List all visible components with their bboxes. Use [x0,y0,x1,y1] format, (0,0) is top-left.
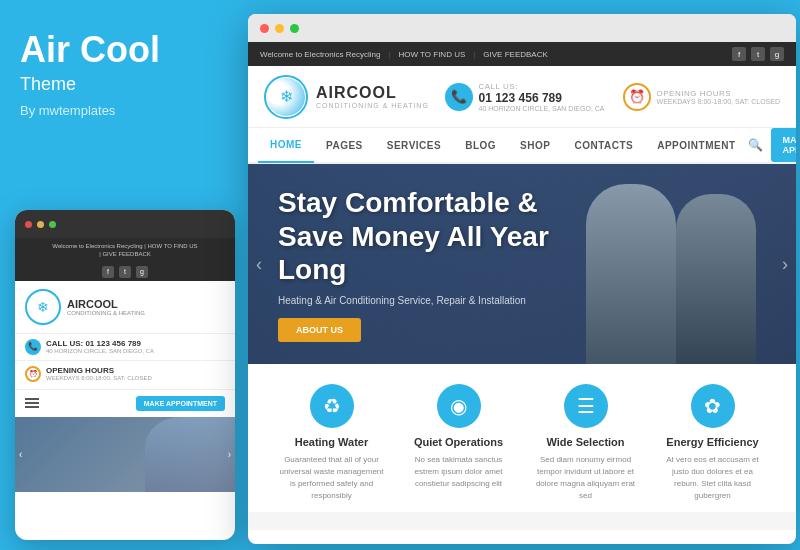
site-topbar: Welcome to Electronics Recycling | HOW T… [248,42,796,66]
site-clock-icon: ⏰ [623,83,651,111]
mobile-hero-people [145,417,235,492]
site-brand-name: AIRCOOL [316,84,429,102]
mobile-hero-arrow-right[interactable]: › [228,449,231,460]
site-hours-label: OPENING HOURS [657,89,780,98]
feature-icon-3: ✿ [691,384,735,428]
nav-item-appointment[interactable]: APPOINTMENT [645,127,747,163]
mobile-topbar-strip: Welcome to Electronics Recycling | HOW T… [15,238,235,263]
nav-item-blog[interactable]: BLOG [453,127,508,163]
feature-title-0: Heating Water [278,436,385,448]
site-twitter-icon[interactable]: t [751,47,765,61]
theme-subtitle: Theme [20,74,225,95]
site-header-contact: 📞 CALL US: 01 123 456 789 40 HORIZON CIR… [445,82,781,112]
topbar-find-us-link[interactable]: HOW TO FIND US [398,50,465,59]
site-logo-inner: ❄ [267,78,305,116]
browser-top-bar [248,14,796,42]
feature-title-1: Quiet Operations [405,436,512,448]
nav-appointment-button[interactable]: MAKE APPOINTMENT [771,128,797,162]
site-hero-subtitle: Heating & Air Conditioning Service, Repa… [278,295,578,306]
browser-dot-green [290,24,299,33]
feature-desc-3: At vero eos et accusam et justo duo dolo… [659,454,766,502]
browser-dot-red [260,24,269,33]
feature-desc-2: Sed diam nonumy eirmod tempor invidunt u… [532,454,639,502]
mobile-hamburger-icon[interactable] [25,398,39,408]
mobile-top-bar [15,210,235,238]
site-phone-item: 📞 CALL US: 01 123 456 789 40 HORIZON CIR… [445,82,605,112]
mobile-clock-icon: ⏰ [25,366,41,382]
site-hero: Stay Comfortable & Save Money All Year L… [248,164,796,364]
mobile-topbar-text2: | GIVE FEEDBACK [99,251,151,257]
mobile-social-strip: f t g [15,263,235,281]
nav-item-pages[interactable]: PAGES [314,127,375,163]
site-hero-content: Stay Comfortable & Save Money All Year L… [278,164,578,364]
mobile-logo-area: ❄ AIRCOOL CONDITIONING & HEATING [15,281,235,334]
site-hours-value: WEEKDAYS 8:00-18:00, SAT: CLOSED [657,98,780,105]
site-phone-icon: 📞 [445,83,473,111]
site-logo-area: ❄ AIRCOOL CONDITIONING & HEATING [264,75,429,119]
feature-icon-2: ☰ [564,384,608,428]
feature-item-2: ☰ Wide Selection Sed diam nonumy eirmod … [522,384,649,502]
nav-item-contacts[interactable]: CONTACTS [562,127,645,163]
feature-title-3: Energy Efficiency [659,436,766,448]
mobile-logo-icon: ❄ [25,289,61,325]
site-google-icon[interactable]: g [770,47,784,61]
site-hero-arrow-right[interactable]: › [782,254,788,275]
mobile-dot-green [49,221,56,228]
mobile-hours-row: ⏰ OPENING HOURS WEEKDAYS 8:00-18:00, SAT… [15,361,235,387]
browser-mockup: Welcome to Electronics Recycling | HOW T… [248,14,796,544]
site-footer-strip [248,512,796,530]
theme-title: Air Cool [20,30,225,70]
mobile-dot-red [25,221,32,228]
google-icon[interactable]: g [136,266,148,278]
nav-item-home[interactable]: HOME [258,127,314,163]
site-phone-number: 01 123 456 789 [479,91,605,105]
site-phone-address: 40 HORIZON CIRCLE, SAN DIEGO, CA [479,105,605,112]
mobile-topbar-text: Welcome to Electronics Recycling | HOW T… [52,243,197,249]
mobile-hero-image: ‹ › [15,417,235,492]
site-nav: HOME PAGES SERVICES BLOG SHOP CONTACTS A… [248,128,796,164]
feature-item-1: ◉ Quiet Operations No sea takimata sanct… [395,384,522,502]
mobile-phone-label: CALL US: 01 123 456 789 [46,339,154,348]
site-hero-arrow-left[interactable]: ‹ [256,254,262,275]
mobile-phone-address: 40 HORIZON CIRCLE, SAN DIEGO, CA [46,348,154,354]
mobile-brand-tagline: CONDITIONING & HEATING [67,310,145,316]
nav-search-icon[interactable]: 🔍 [748,138,763,152]
site-hero-title: Stay Comfortable & Save Money All Year L… [278,186,578,287]
mobile-phone-row: 📞 CALL US: 01 123 456 789 40 HORIZON CIR… [15,334,235,361]
feature-item-3: ✿ Energy Efficiency At vero eos et accus… [649,384,776,502]
browser-dot-yellow [275,24,284,33]
site-hours-item: ⏰ OPENING HOURS WEEKDAYS 8:00-18:00, SAT… [623,83,780,111]
facebook-icon[interactable]: f [102,266,114,278]
site-header: ❄ AIRCOOL CONDITIONING & HEATING 📞 CALL … [248,66,796,128]
site-phone-label-text: CALL US: [479,82,605,91]
topbar-welcome-link[interactable]: Welcome to Electronics Recycling [260,50,380,59]
topbar-feedback-link[interactable]: GIVE FEEDBACK [483,50,547,59]
feature-title-2: Wide Selection [532,436,639,448]
site-facebook-icon[interactable]: f [732,47,746,61]
feature-icon-1: ◉ [437,384,481,428]
site-brand-tagline: CONDITIONING & HEATING [316,102,429,109]
site-topbar-left: Welcome to Electronics Recycling | HOW T… [260,50,548,59]
site-logo-circle: ❄ [264,75,308,119]
mobile-brand-name: AIRCOOL [67,298,145,310]
site-hero-button[interactable]: ABOUT US [278,318,361,342]
feature-desc-1: No sea takimata sanctus estrem ipsum dol… [405,454,512,490]
nav-item-shop[interactable]: SHOP [508,127,562,163]
theme-byline: By mwtemplates [20,103,225,118]
site-hero-person1 [586,184,676,364]
mobile-dot-yellow [37,221,44,228]
mobile-hours-label: OPENING HOURS [46,366,152,375]
site-features: ♻ Heating Water Guaranteed that all of y… [248,364,796,512]
mobile-nav-row: MAKE APPOINTMENT [15,389,235,417]
left-panel: Air Cool Theme By mwtemplates Welcome to… [0,0,245,550]
twitter-icon[interactable]: t [119,266,131,278]
mobile-phone-icon: 📞 [25,339,41,355]
site-topbar-right: f t g [732,47,784,61]
mobile-appointment-button[interactable]: MAKE APPOINTMENT [136,396,225,411]
feature-desc-0: Guaranteed that all of your universal wa… [278,454,385,502]
mobile-hero-arrow-left[interactable]: ‹ [19,449,22,460]
nav-item-services[interactable]: SERVICES [375,127,453,163]
feature-icon-0: ♻ [310,384,354,428]
feature-item-0: ♻ Heating Water Guaranteed that all of y… [268,384,395,502]
mobile-hours-value: WEEKDAYS 8:00-18:00, SAT: CLOSED [46,375,152,381]
